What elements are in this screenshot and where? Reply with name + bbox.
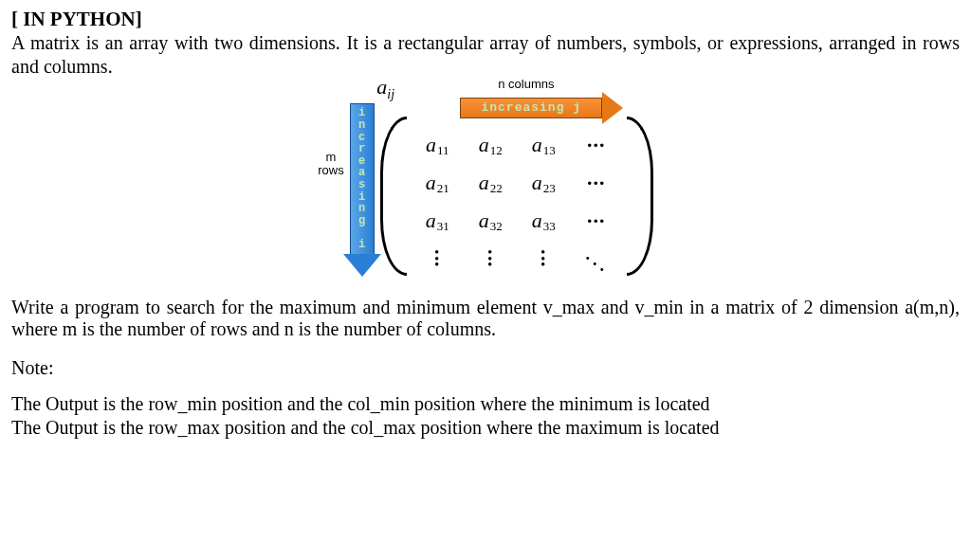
note-label: Note: — [11, 357, 960, 379]
left-paren-icon — [380, 117, 407, 276]
matrix-hdots-2: ··· — [570, 164, 623, 202]
output-line-max: The Output is the row_max position and t… — [11, 416, 960, 440]
output-line-min: The Output is the row_min position and t… — [11, 392, 960, 416]
matrix-cell-32: a32 — [464, 202, 517, 240]
increasing-i-arrow: increasing i — [350, 103, 375, 279]
n-columns-label: n columns — [498, 77, 554, 91]
page-title: [ IN PYTHON] — [11, 8, 960, 31]
h-arrow-label: increasing j — [460, 98, 602, 118]
matrix-ddots: ··· — [570, 240, 623, 278]
matrix-cell-33: a33 — [517, 202, 570, 240]
right-paren-icon — [627, 117, 653, 276]
matrix-cell-12: a12 — [464, 126, 517, 164]
matrix-cell-11: a11 — [411, 126, 464, 164]
matrix-figure: aij n columns increasing j m rows increa… — [11, 84, 960, 280]
aij-notation: aij — [376, 75, 394, 99]
matrix-vdots-3: ●●● — [517, 240, 570, 278]
increasing-j-arrow: increasing j — [460, 98, 621, 118]
matrix-cell-22: a22 — [464, 164, 517, 202]
task-paragraph: Write a program to search for the maximu… — [11, 297, 960, 340]
matrix-cell-31: a31 — [411, 202, 464, 240]
matrix-hdots-3: ··· — [570, 202, 623, 240]
m-rows-label: m rows — [318, 151, 343, 176]
v-arrow-head-icon — [343, 254, 381, 277]
intro-paragraph: A matrix is an array with two dimensions… — [11, 31, 960, 79]
matrix-vdots-2: ●●● — [464, 240, 517, 278]
output-notes: The Output is the row_min position and t… — [11, 392, 960, 440]
matrix-vdots-1: ●●● — [411, 240, 464, 278]
v-arrow-label: increasing i — [358, 107, 365, 250]
matrix-hdots-1: ··· — [570, 126, 623, 164]
matrix-cell-13: a13 — [517, 126, 570, 164]
matrix-cell-23: a23 — [517, 164, 570, 202]
matrix-cell-21: a21 — [411, 164, 464, 202]
matrix-body: a11 a12 a13 ··· a21 a22 a23 ··· a31 a32 … — [380, 118, 653, 280]
